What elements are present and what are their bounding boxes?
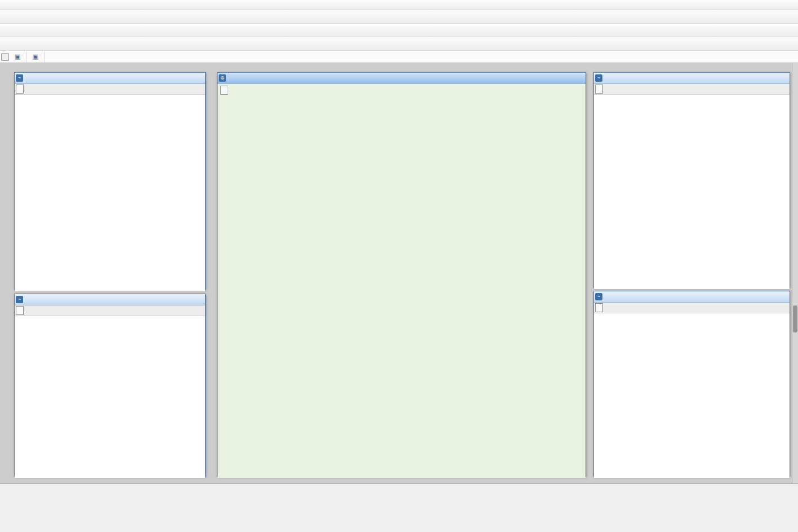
map-window[interactable]: ⊕ xyxy=(217,72,586,477)
mdi-workspace: ~ ~ ⊕ xyxy=(0,63,798,484)
window-titlebar[interactable]: ~ xyxy=(15,73,205,84)
graph-window-icon: ~ xyxy=(595,293,602,300)
close-icon[interactable] xyxy=(1,53,9,61)
time-strip xyxy=(594,84,790,95)
window-titlebar[interactable]: ⊕ xyxy=(218,73,586,84)
toolbar-row-1 xyxy=(0,0,798,10)
toolbar-row-4 xyxy=(0,37,798,51)
chart-window-h044[interactable]: ~ xyxy=(14,72,206,290)
timestamp-box xyxy=(220,86,228,95)
graph-window-icon: ~ xyxy=(16,74,23,82)
window-titlebar[interactable]: ~ xyxy=(594,291,790,303)
run-panel-toolbar xyxy=(14,484,798,498)
pressure-chart xyxy=(594,313,790,476)
chart-window-h008[interactable]: ~ xyxy=(593,72,790,288)
time-strip xyxy=(594,303,790,313)
panel-side-label xyxy=(0,502,8,531)
graph-window-icon: ~ xyxy=(16,296,23,303)
timestamp-box xyxy=(595,85,603,94)
time-strip xyxy=(15,305,205,316)
network-map[interactable] xyxy=(218,84,586,476)
vertical-scrollbar[interactable] xyxy=(792,63,798,484)
run-results-panel xyxy=(0,484,798,532)
toolbar-row-3 xyxy=(0,24,798,37)
timestamp-box xyxy=(595,303,603,312)
map-area xyxy=(218,84,586,478)
window-tab-icon: ▣ xyxy=(32,53,38,60)
scrollbar-thumb[interactable] xyxy=(793,305,797,333)
timestamp-box xyxy=(16,85,24,94)
toolbar-row-2 xyxy=(0,10,798,24)
graph-window-icon: ~ xyxy=(595,74,602,82)
tab-total-storage-1[interactable]: ▣ xyxy=(11,51,26,63)
chart-area xyxy=(15,316,205,478)
timestamp-box xyxy=(16,306,24,315)
pressure-chart xyxy=(15,95,205,290)
chart-area xyxy=(594,313,790,478)
pressure-chart xyxy=(594,95,790,287)
chart-window-h089[interactable]: ~ xyxy=(593,291,790,477)
tab-total-storage-2[interactable]: ▣ xyxy=(29,51,44,63)
window-titlebar[interactable]: ~ xyxy=(594,73,790,84)
pressure-chart xyxy=(15,316,205,476)
chart-area xyxy=(15,95,205,291)
window-tab-icon: ▣ xyxy=(15,53,20,60)
chart-window-h087[interactable]: ~ xyxy=(14,294,206,477)
window-titlebar[interactable]: ~ xyxy=(15,294,205,305)
document-tabbar: ▣ ▣ xyxy=(0,51,798,63)
geoplan-map-icon: ⊕ xyxy=(219,74,226,82)
chart-area xyxy=(594,95,790,289)
time-strip xyxy=(15,84,205,95)
